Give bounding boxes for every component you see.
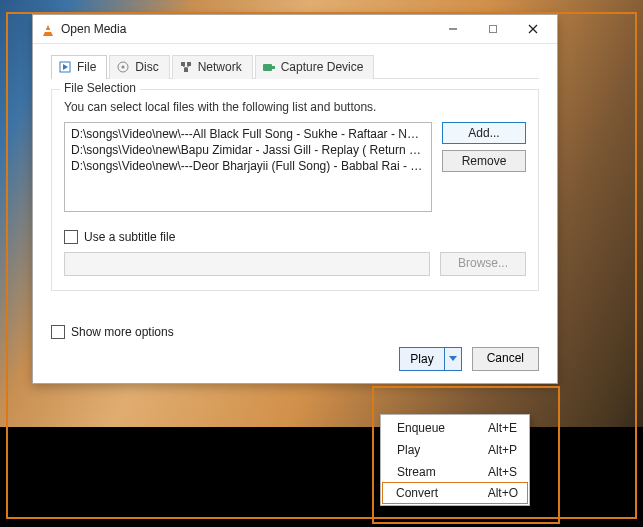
menu-item-enqueue[interactable]: Enqueue Alt+E (383, 417, 527, 439)
svg-rect-13 (263, 64, 272, 71)
file-selection-group: File Selection You can select local file… (51, 89, 539, 291)
file-play-icon (58, 60, 72, 74)
disc-icon (116, 60, 130, 74)
menu-item-shortcut: Alt+E (488, 421, 517, 435)
tab-network-label: Network (198, 60, 242, 74)
svg-line-12 (186, 66, 189, 68)
subtitle-browse-button: Browse... (440, 252, 526, 276)
menu-item-label: Convert (396, 486, 438, 500)
checkbox-icon (64, 230, 78, 244)
list-item[interactable]: D:\songs\Video\new\Bapu Zimidar - Jassi … (71, 142, 425, 158)
tab-file-label: File (77, 60, 96, 74)
menu-item-stream[interactable]: Stream Alt+S (383, 461, 527, 483)
svg-rect-9 (187, 62, 191, 66)
maximize-icon (488, 24, 498, 34)
capture-device-icon (262, 60, 276, 74)
menu-item-convert[interactable]: Convert Alt+O (382, 482, 528, 504)
vlc-cone-icon (41, 22, 55, 36)
checkbox-icon (51, 325, 65, 339)
svg-rect-10 (184, 68, 188, 72)
subtitle-checkbox[interactable]: Use a subtitle file (64, 230, 526, 244)
minimize-icon (448, 24, 458, 34)
tab-file[interactable]: File (51, 55, 107, 79)
list-item[interactable]: D:\songs\Video\new\---All Black Full Son… (71, 126, 425, 142)
minimize-button[interactable] (433, 16, 473, 42)
tab-capture-label: Capture Device (281, 60, 364, 74)
chevron-down-icon (449, 356, 457, 362)
svg-marker-15 (449, 356, 457, 361)
network-icon (179, 60, 193, 74)
file-selection-group-label: File Selection (60, 81, 140, 95)
menu-item-label: Play (397, 443, 420, 457)
menu-item-shortcut: Alt+P (488, 443, 517, 457)
tab-capture[interactable]: Capture Device (255, 55, 375, 79)
remove-button[interactable]: Remove (442, 150, 526, 172)
show-more-options-label: Show more options (71, 325, 174, 339)
file-selection-instruction: You can select local files with the foll… (64, 100, 526, 114)
svg-rect-1 (490, 26, 497, 33)
svg-marker-5 (63, 64, 68, 70)
subtitle-checkbox-label: Use a subtitle file (84, 230, 175, 244)
svg-line-11 (183, 66, 186, 68)
play-dropdown-menu: Enqueue Alt+E Play Alt+P Stream Alt+S Co… (380, 414, 530, 506)
play-split-button[interactable]: Play (399, 347, 461, 371)
tab-disc-label: Disc (135, 60, 158, 74)
close-icon (528, 24, 538, 34)
open-media-dialog: Open Media File (32, 14, 558, 384)
add-button[interactable]: Add... (442, 122, 526, 144)
subtitle-path-input (64, 252, 430, 276)
cancel-button[interactable]: Cancel (472, 347, 539, 371)
menu-item-shortcut: Alt+S (488, 465, 517, 479)
play-dropdown-caret[interactable] (444, 348, 461, 370)
svg-rect-14 (272, 66, 275, 69)
close-button[interactable] (513, 16, 553, 42)
show-more-options-checkbox[interactable]: Show more options (51, 325, 174, 339)
play-button-label: Play (400, 352, 443, 366)
tab-network[interactable]: Network (172, 55, 253, 79)
menu-item-label: Enqueue (397, 421, 445, 435)
source-tabs: File Disc Network Capture Device (51, 54, 539, 79)
menu-item-label: Stream (397, 465, 436, 479)
list-item[interactable]: D:\songs\Video\new\---Deor Bharjayii (Fu… (71, 158, 425, 174)
tab-disc[interactable]: Disc (109, 55, 169, 79)
menu-item-play[interactable]: Play Alt+P (383, 439, 527, 461)
svg-point-7 (122, 66, 125, 69)
maximize-button[interactable] (473, 16, 513, 42)
file-list[interactable]: D:\songs\Video\new\---All Black Full Son… (64, 122, 432, 212)
svg-rect-8 (181, 62, 185, 66)
menu-item-shortcut: Alt+O (488, 486, 518, 500)
titlebar[interactable]: Open Media (33, 15, 557, 44)
window-title: Open Media (61, 22, 126, 36)
